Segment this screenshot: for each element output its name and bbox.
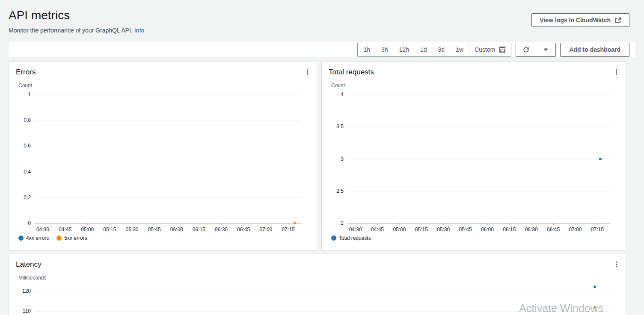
y-axis-unit-label: Milliseconds [18, 275, 626, 281]
refresh-button[interactable] [516, 43, 536, 56]
latency-plot-area: 120110 [35, 281, 610, 315]
calendar-icon [499, 46, 506, 53]
x-tick-label: 06:30 [211, 227, 231, 233]
time-range-1h[interactable]: 1h [358, 43, 376, 56]
x-tick-label: 07:00 [255, 227, 276, 233]
x-tick-label: 06:45 [543, 227, 564, 233]
y-tick-label: 2.5 [326, 188, 344, 194]
time-range-1d[interactable]: 1d [415, 43, 433, 56]
legend-item-5xx-errors[interactable]: 5xx errors [56, 235, 87, 241]
refresh-options-button[interactable] [536, 43, 555, 56]
x-tick-label: 07:00 [565, 227, 585, 233]
legend-label: 5xx errors [64, 235, 87, 241]
y-tick-label: 120 [13, 288, 31, 294]
chart-title: Latency [9, 254, 626, 269]
x-tick-mark [154, 223, 155, 225]
legend-swatch [18, 236, 24, 241]
y-tick-label: 3 [326, 156, 344, 162]
x-tick-label: 04:45 [367, 227, 388, 233]
x-tick-label: 06:45 [233, 227, 254, 233]
plot-area-wrap: 120110 [9, 281, 626, 315]
x-tick-mark [466, 223, 466, 225]
y-tick-label: 2 [326, 220, 344, 226]
gridline [347, 159, 610, 159]
plot-area-wrap: 43.532.5204:3004:4505:0005:1505:3005:450… [322, 94, 626, 224]
x-tick-mark [597, 223, 598, 225]
y-tick-label: 0.8 [13, 117, 31, 123]
data-point-latency-blue [594, 286, 596, 288]
x-tick-label: 06:00 [166, 227, 187, 233]
x-tick-mark [199, 223, 199, 225]
custom-range-label: Custom [475, 46, 495, 53]
info-link[interactable]: Info [134, 27, 144, 34]
x-tick-label: 06:30 [521, 227, 542, 233]
x-tick-label: 05:15 [411, 227, 432, 233]
legend-item-4xx-errors[interactable]: 4xx errors [18, 235, 49, 241]
x-tick-label: 05:15 [99, 227, 120, 233]
gridline [35, 311, 610, 312]
gridline [35, 146, 301, 146]
x-tick-mark [110, 223, 110, 225]
x-tick-mark [421, 223, 422, 225]
x-tick-mark [377, 223, 378, 225]
chart-title: Total requests [322, 62, 626, 77]
x-tick-label: 04:30 [345, 227, 366, 233]
y-tick-label: 0 [13, 220, 31, 226]
y-tick-label: 3.5 [326, 124, 344, 130]
x-tick-mark [65, 223, 65, 225]
x-tick-mark [266, 223, 266, 225]
chart-legend: Total requests [331, 235, 626, 241]
kebab-menu-icon[interactable] [614, 261, 619, 269]
time-range-12h[interactable]: 12h [394, 43, 415, 56]
add-to-dashboard-button[interactable]: Add to dashboard [560, 43, 629, 57]
external-link-icon [615, 17, 621, 24]
total-requests-plot-area: 43.532.5204:3004:4505:0005:1505:3005:450… [347, 94, 610, 224]
gridline [35, 120, 301, 121]
x-tick-label: 05:00 [389, 227, 410, 233]
y-tick-label: 0.2 [13, 194, 31, 200]
x-tick-mark [288, 223, 288, 225]
gridline [347, 191, 610, 191]
time-range-1w[interactable]: 1w [450, 43, 469, 56]
x-tick-label: 06:15 [499, 227, 519, 233]
x-tick-mark [177, 223, 177, 225]
gridline [35, 291, 610, 291]
x-tick-label: 05:30 [433, 227, 454, 233]
latency-chart-card: Latency Milliseconds 120110 [9, 254, 626, 315]
data-point-Total-requests [599, 158, 602, 160]
custom-range-button[interactable]: Custom [469, 46, 511, 53]
y-axis-unit-label: Count [331, 82, 626, 88]
gridline [347, 127, 610, 127]
x-tick-mark [487, 223, 488, 225]
subtitle-text: Monitor the performance of your GraphQL … [9, 27, 133, 34]
kebab-menu-icon[interactable] [305, 68, 310, 77]
gridline [35, 172, 301, 172]
page-subtitle: Monitor the performance of your GraphQL … [9, 27, 635, 34]
kebab-menu-icon[interactable] [614, 68, 619, 77]
chart-legend: 4xx errors5xx errors [18, 235, 317, 241]
y-tick-label: 0.6 [13, 143, 31, 149]
view-logs-button[interactable]: View logs In CloudWatch [531, 13, 629, 27]
total-requests-chart-card: Total requests Count 43.532.5204:3004:45… [321, 62, 626, 250]
x-tick-label: 06:00 [477, 227, 498, 233]
errors-plot-area: 10.80.60.40.2004:3004:4505:0005:1505:300… [35, 94, 301, 224]
x-tick-mark [399, 223, 400, 225]
time-range-3h[interactable]: 3h [376, 43, 394, 56]
x-tick-mark [531, 223, 532, 225]
x-tick-mark [553, 223, 554, 225]
x-tick-mark [43, 223, 43, 225]
y-tick-label: 110 [13, 308, 31, 314]
x-tick-label: 04:45 [55, 227, 75, 233]
y-axis-unit-label: Count [18, 82, 317, 88]
caret-down-icon [543, 48, 548, 51]
data-point-latency-orange [594, 306, 596, 309]
legend-label: 4xx errors [26, 235, 49, 241]
plot-area-wrap: 10.80.60.40.2004:3004:4505:0005:1505:300… [9, 94, 317, 224]
legend-item-Total-requests[interactable]: Total requests [331, 235, 371, 241]
data-point-5xx-errors [294, 222, 296, 224]
legend-label: Total requests [339, 235, 371, 241]
y-tick-label: 1 [13, 91, 31, 97]
time-range-3d[interactable]: 3d [433, 43, 451, 56]
charts-row: Errors Count 10.80.60.40.2004:3004:4505:… [9, 62, 626, 250]
metrics-toolbar: 1h 3h 12h 1d 3d 1w Custom [9, 42, 635, 57]
